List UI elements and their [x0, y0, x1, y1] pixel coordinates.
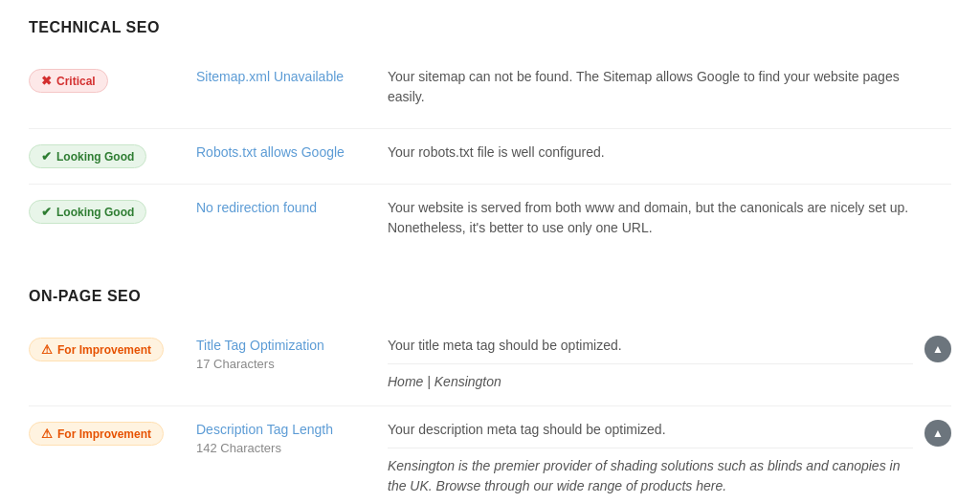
item-title-1: Sitemap.xml Unavailable	[196, 69, 388, 84]
badge-label-2: Looking Good	[56, 150, 134, 164]
badge-label-4: For Improvement	[57, 343, 151, 357]
label-col-3: No redirection found	[196, 198, 388, 219]
label-col-2: Robots.txt allows Google	[196, 142, 388, 164]
technical-seo-title: TECHNICAL SEO	[29, 19, 951, 36]
onpage-item-subtitle-1: 17 Characters	[196, 357, 388, 371]
onpage-item-subtitle-2: 142 Characters	[196, 441, 388, 455]
technical-seo-row-3: ✔ Looking Good No redirection found Your…	[29, 185, 951, 259]
desc-col-2: Your robots.txt file is well configured.	[388, 142, 951, 170]
badge-label-3: Looking Good	[56, 206, 134, 219]
improvement-icon-2: ⚠	[41, 426, 53, 441]
badge-col-3: ✔ Looking Good	[29, 198, 196, 224]
badge-good-1: ✔ Looking Good	[29, 144, 146, 168]
onpage-item-title-2: Description Tag Length	[196, 422, 388, 437]
badge-label: Critical	[56, 75, 96, 88]
onpage-seo-row-1: ⚠ For Improvement Title Tag Optimization…	[29, 322, 951, 406]
onpage-desc-col-1: Your title meta tag should be optimized.…	[388, 336, 951, 392]
onpage-desc-text-2: Your description meta tag should be opti…	[388, 420, 913, 440]
good-icon-2: ✔	[41, 205, 52, 219]
onpage-label-col-1: Title Tag Optimization 17 Characters	[196, 336, 388, 371]
desc-col-3: Your website is served from both www and…	[388, 198, 951, 246]
onpage-desc-col-2: Your description meta tag should be opti…	[388, 420, 951, 496]
onpage-seo-section: ON-PAGE SEO ⚠ For Improvement Title Tag …	[29, 288, 951, 503]
item-title-2: Robots.txt allows Google	[196, 144, 388, 160]
onpage-desc-extra-1: Home | Kensington	[388, 372, 913, 392]
desc-text-1: Your sitemap can not be found. The Sitem…	[388, 67, 913, 107]
badge-label-5: For Improvement	[57, 427, 151, 441]
page-container: TECHNICAL SEO ✖ Critical Sitemap.xml Una…	[29, 19, 951, 503]
technical-seo-row-1: ✖ Critical Sitemap.xml Unavailable Your …	[29, 54, 951, 129]
good-icon-1: ✔	[41, 149, 52, 164]
desc-text-3: Your website is served from both www and…	[388, 198, 913, 238]
badge-col-2: ✔ Looking Good	[29, 142, 196, 168]
onpage-badge-col-1: ⚠ For Improvement	[29, 336, 196, 361]
badge-critical: ✖ Critical	[29, 69, 108, 93]
desc-text-2: Your robots.txt file is well configured.	[388, 142, 913, 163]
onpage-seo-row-2: ⚠ For Improvement Description Tag Length…	[29, 406, 951, 503]
badge-improvement-2: ⚠ For Improvement	[29, 422, 164, 446]
badge-improvement-1: ⚠ For Improvement	[29, 338, 164, 361]
improvement-icon-1: ⚠	[41, 342, 53, 357]
expand-button-1[interactable]: ▲	[924, 336, 951, 362]
onpage-item-title-1: Title Tag Optimization	[196, 338, 388, 353]
desc-col-1: Your sitemap can not be found. The Sitem…	[388, 67, 951, 115]
onpage-desc-extra-2: Kensington is the premier provider of sh…	[388, 456, 913, 496]
onpage-label-col-2: Description Tag Length 142 Characters	[196, 420, 388, 455]
onpage-badge-col-2: ⚠ For Improvement	[29, 420, 196, 446]
item-title-3: No redirection found	[196, 200, 388, 215]
badge-good-2: ✔ Looking Good	[29, 200, 146, 224]
badge-col-1: ✖ Critical	[29, 67, 196, 93]
technical-seo-section: TECHNICAL SEO ✖ Critical Sitemap.xml Una…	[29, 19, 951, 259]
technical-seo-row-2: ✔ Looking Good Robots.txt allows Google …	[29, 129, 951, 185]
critical-icon: ✖	[41, 74, 52, 88]
onpage-seo-title: ON-PAGE SEO	[29, 288, 951, 305]
expand-button-2[interactable]: ▲	[924, 420, 951, 447]
onpage-desc-text-1: Your title meta tag should be optimized.	[388, 336, 913, 356]
label-col-1: Sitemap.xml Unavailable	[196, 67, 388, 88]
